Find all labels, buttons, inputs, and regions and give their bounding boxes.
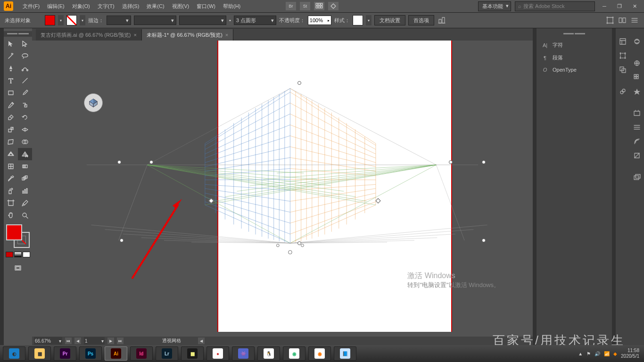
tray-up-icon[interactable]: ▲ [578,351,583,356]
menu-object[interactable]: 对象(O) [68,3,94,10]
direct-selection-tool[interactable] [18,38,32,50]
shaper-tool[interactable] [18,99,32,111]
stock-button[interactable]: St [300,2,310,10]
slice-tool[interactable] [18,197,32,209]
menu-type[interactable]: 文字(T) [94,3,118,10]
artboard-tool[interactable] [4,197,18,209]
canvas[interactable]: 激活 Windows 转到"电脑设置"以激活 Windows。 [32,41,533,337]
taskbar-firefox[interactable]: ◉ [308,346,331,361]
fill-stroke-indicator[interactable] [6,224,30,248]
vp-floor-right[interactable] [482,239,486,242]
rotate-tool[interactable] [18,111,32,123]
next-artboard[interactable]: ▶ [107,337,114,344]
stroke-weight-input[interactable]: ▾ [107,16,131,25]
vp-left-extent[interactable] [117,160,121,164]
plane-switch-widget[interactable] [84,93,103,112]
vp-right-extent[interactable] [482,160,486,164]
hand-tool[interactable] [4,209,18,222]
tray-app-icon[interactable]: ◆ [613,351,617,356]
swatches-panel-icon[interactable] [632,73,642,82]
taskbar-lightroom[interactable]: Lr [156,346,178,361]
style-dd[interactable]: ▾ [366,15,372,25]
gradient-tool[interactable] [18,160,32,173]
hscroll-left[interactable]: ◀ [198,337,205,344]
eyedropper-tool[interactable] [4,173,18,185]
align-panel-icon[interactable] [618,51,627,60]
arrange-docs-icon[interactable] [314,2,324,10]
tool-drag-handle[interactable] [4,31,32,37]
isolate-icon[interactable] [618,16,627,25]
stroke-panel-icon[interactable] [632,123,642,132]
vp-cell-left[interactable] [208,198,214,203]
window-minimize[interactable]: ─ [599,2,610,10]
zoom-tool[interactable] [18,209,32,222]
panel-opentype[interactable]: OOpenType [537,64,612,75]
eraser-tool[interactable] [4,111,18,123]
menu-window[interactable]: 窗口(W) [193,3,219,10]
doc-tab-2[interactable]: 未标题-1* @ 66.67% (RGB/预览)× [142,29,233,41]
stroke-dd[interactable]: ▾ [80,15,85,25]
libraries-panel-icon[interactable] [632,37,642,46]
taskbar-clock[interactable]: 11:582020/5/1 [621,348,641,359]
window-restore[interactable]: ❐ [614,2,625,10]
taskbar-qq[interactable]: 🐧 [257,346,280,361]
panel-paragraph[interactable]: ¶段落 [537,51,612,64]
taskbar-premiere[interactable]: Pr [54,346,76,361]
menu-view[interactable]: 视图(V) [168,3,193,10]
pathfinder-panel-icon[interactable] [618,65,627,74]
vp-top-handle[interactable] [297,81,301,85]
more-icon[interactable] [630,16,639,25]
vp-origin[interactable] [297,241,301,245]
pen-tool[interactable] [4,62,18,74]
shape-builder-tool[interactable] [18,136,32,148]
zoom-level[interactable]: 66.67%▾ [34,337,62,345]
align-icon[interactable] [437,16,446,25]
paintbrush-tool[interactable] [18,87,32,99]
taskbar-explorer[interactable]: ▦ [28,346,51,361]
opacity-input[interactable]: 100%▸ [308,16,331,25]
doc-setup-button[interactable]: 文档设置 [374,15,405,25]
prefs-button[interactable]: 首选项 [408,15,434,25]
style-swatch[interactable] [353,15,363,25]
lasso-tool[interactable] [18,50,32,62]
first-artboard[interactable]: ⏮ [65,337,72,344]
transparency-panel-icon[interactable] [632,151,642,160]
free-transform-tool[interactable] [4,136,18,148]
symbol-sprayer-tool[interactable] [4,185,18,197]
selection-tool[interactable] [4,38,18,50]
taskbar-notes[interactable]: 📘 [334,346,356,361]
type-tool[interactable] [4,74,18,87]
tray-net-icon[interactable]: 📶 [604,351,610,356]
taskbar-app1[interactable]: ▦ [181,346,204,361]
taskbar-browser[interactable]: ◐ [3,346,25,361]
column-graph-tool[interactable] [18,185,32,197]
panel-character[interactable]: A|字符 [537,39,612,51]
scale-tool[interactable] [4,123,18,136]
taskbar-photoshop[interactable]: Ps [79,346,102,361]
gradient-panel-icon[interactable] [632,137,642,146]
tray-sound-icon[interactable]: 🔊 [594,351,600,356]
blend-tool[interactable] [18,173,32,185]
fill-dd[interactable]: ▾ [58,15,64,25]
menu-help[interactable]: 帮助(H) [219,3,244,10]
perspective-selection-tool[interactable] [18,148,32,160]
vp-left[interactable] [149,160,153,164]
rectangle-tool[interactable] [4,87,18,99]
menu-edit[interactable]: 编辑(E) [43,3,68,10]
panel-drag-handle[interactable] [537,31,612,37]
properties-panel-icon[interactable] [618,37,627,46]
window-close[interactable]: ✕ [629,2,640,10]
taskbar-chrome[interactable]: ◉ [283,346,305,361]
perspective-preset[interactable]: 3 点圆形▾ [234,16,276,25]
color-guide-panel-icon[interactable] [632,87,642,96]
width-tool[interactable] [18,123,32,136]
taskbar-indesign[interactable]: Id [130,346,153,361]
curvature-tool[interactable] [18,62,32,74]
menu-file[interactable]: 文件(F) [19,3,43,10]
perspective-grid-tool[interactable] [4,148,18,160]
fill-swatch[interactable] [45,15,55,25]
system-tray[interactable]: ▲ ⚑ 🔊 📶 ◆ 11:582020/5/1 [578,348,641,359]
none-mode[interactable] [23,252,30,257]
last-artboard[interactable]: ⏭ [117,337,124,344]
bridge-button[interactable]: Br [286,2,296,10]
